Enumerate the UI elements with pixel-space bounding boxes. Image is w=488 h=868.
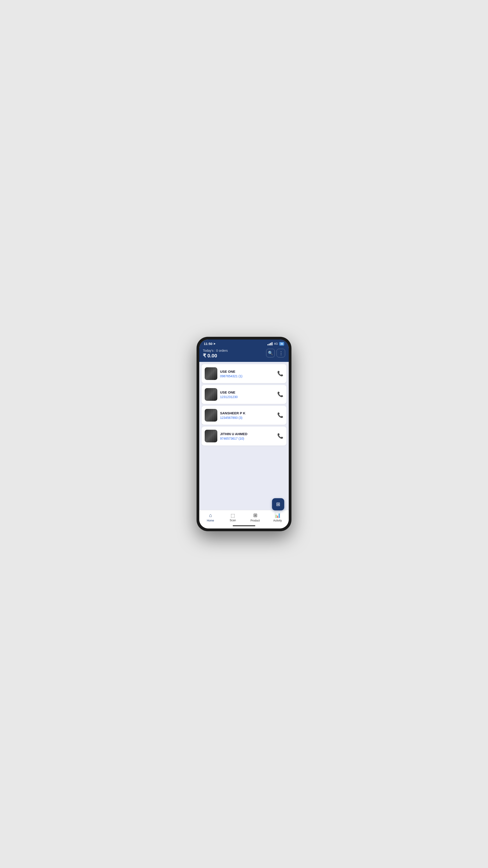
customer-card[interactable]: USE ONE 0987654321 (1) 📞 <box>201 364 287 383</box>
more-icon: ⋮ <box>279 350 283 356</box>
phone-device: 11:50 ➤ 4G 36 Today's : 0 orders ₹ 0.00 <box>197 337 291 531</box>
location-icon: ➤ <box>213 342 216 345</box>
customer-name: USE ONE <box>220 370 274 373</box>
customer-card[interactable]: JITHIN U AHMED 9746573617 (10) 📞 <box>201 427 287 445</box>
home-bar <box>233 525 255 526</box>
product-label: Product <box>251 519 260 522</box>
nav-activity[interactable]: 📊 Activity <box>271 513 285 522</box>
more-options-button[interactable]: ⋮ <box>276 349 285 358</box>
nav-product[interactable]: ⊞ Product <box>249 513 262 522</box>
customer-phone: 0987654321 (1) <box>220 374 274 378</box>
customer-info: USE ONE 0987654321 (1) <box>220 370 274 378</box>
customer-name: JITHIN U AHMED <box>220 432 274 436</box>
bottom-navigation: ⌂ Home ⬚ Scan ⊞ Product 📊 Activity <box>199 510 289 524</box>
total-amount: ₹ 0.00 <box>203 353 228 359</box>
header-actions: 🔍 ⋮ <box>266 349 285 358</box>
activity-icon: 📊 <box>274 513 281 518</box>
scan-icon: ⬚ <box>231 513 235 518</box>
home-indicator <box>199 524 289 528</box>
status-time: 11:50 ➤ <box>204 342 216 346</box>
customer-name: SANSHEER P K <box>220 411 274 415</box>
customer-info: JITHIN U AHMED 9746573617 (10) <box>220 432 274 440</box>
nav-home[interactable]: ⌂ Home <box>204 513 217 522</box>
call-button[interactable]: 📞 <box>277 371 283 377</box>
qr-icon: ⊞ <box>276 501 280 507</box>
customer-info: USE ONE 1231231230 <box>220 391 274 399</box>
status-bar: 11:50 ➤ 4G 36 <box>199 340 289 347</box>
search-icon: 🔍 <box>268 350 273 355</box>
call-button[interactable]: 📞 <box>277 392 283 397</box>
app-header: Today's : 0 orders ₹ 0.00 🔍 ⋮ <box>199 347 289 362</box>
customer-list: USE ONE 0987654321 (1) 📞 USE ONE 1231231… <box>199 362 289 510</box>
home-icon: ⌂ <box>209 513 212 518</box>
avatar <box>205 388 217 401</box>
status-right: 4G 36 <box>267 342 284 346</box>
activity-label: Activity <box>273 519 282 522</box>
network-label: 4G <box>274 342 278 345</box>
battery-badge: 36 <box>279 342 284 346</box>
avatar <box>205 409 217 422</box>
avatar <box>205 430 217 442</box>
customer-info: SANSHEER P K 1234567893 (3) <box>220 411 274 420</box>
header-info: Today's : 0 orders ₹ 0.00 <box>203 349 228 359</box>
customer-card[interactable]: USE ONE 1231231230 📞 <box>201 385 287 404</box>
customer-phone: 1234567893 (3) <box>220 416 274 420</box>
scan-label: Scan <box>230 519 236 522</box>
home-label: Home <box>207 519 214 522</box>
call-button[interactable]: 📞 <box>277 412 283 418</box>
search-button[interactable]: 🔍 <box>266 349 275 358</box>
call-button[interactable]: 📞 <box>277 433 283 439</box>
product-icon: ⊞ <box>253 513 257 518</box>
phone-screen: 11:50 ➤ 4G 36 Today's : 0 orders ₹ 0.00 <box>199 340 289 528</box>
customer-phone: 9746573617 (10) <box>220 437 274 440</box>
avatar <box>205 367 217 380</box>
orders-today-label: Today's : 0 orders <box>203 349 228 352</box>
customer-name: USE ONE <box>220 391 274 394</box>
nav-scan[interactable]: ⬚ Scan <box>226 513 240 522</box>
time-display: 11:50 <box>204 342 213 346</box>
customer-phone: 1231231230 <box>220 395 274 399</box>
customer-card[interactable]: SANSHEER P K 1234567893 (3) 📞 <box>201 406 287 425</box>
qr-scan-fab[interactable]: ⊞ <box>272 498 284 510</box>
signal-icon <box>267 342 272 345</box>
